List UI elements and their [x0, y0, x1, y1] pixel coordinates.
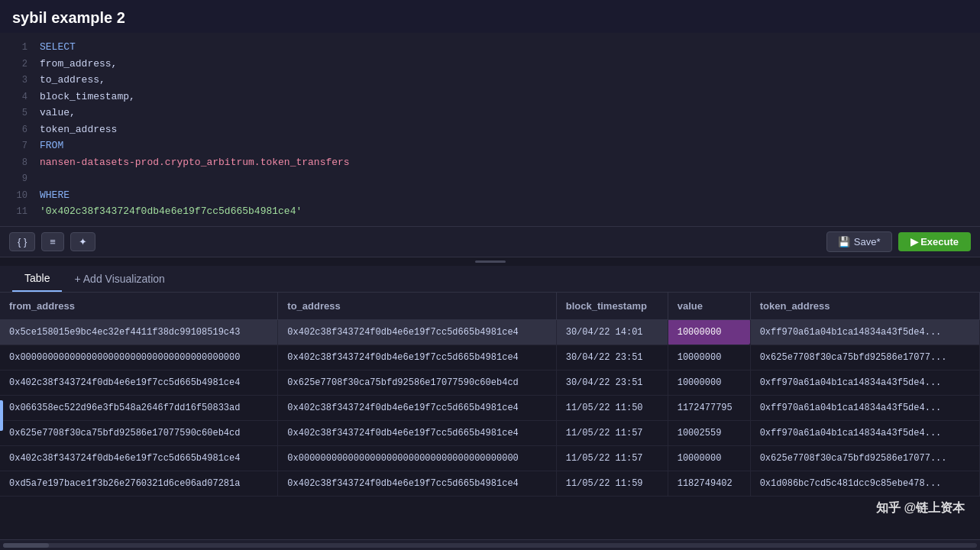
toolbar: { } ≡ ✦ 💾 Save* ▶ Execute: [0, 227, 980, 257]
line-number: 6: [6, 123, 27, 137]
cell-value: 1172477795: [668, 395, 750, 420]
cell-value: 10000000: [668, 345, 750, 370]
cell-block-timestamp: 11/05/22 11:57: [556, 420, 668, 445]
line-number: 8: [6, 156, 27, 170]
watermark: 知乎 @链上资本: [876, 500, 965, 516]
cell-to-address: 0x402c38f343724f0db4e6e19f7cc5d665b4981c…: [278, 319, 556, 345]
cell-from-address: 0x5ce158015e9bc4ec32ef4411f38dc99108519c…: [0, 319, 278, 345]
code-line: 9: [0, 170, 980, 187]
results-area: Table + Add Visualization from_addressto…: [0, 266, 980, 551]
code-token-identifier: token_address: [40, 122, 117, 138]
cell-block-timestamp: 30/04/22 23:51: [556, 370, 668, 395]
line-number: 7: [6, 139, 27, 153]
bottom-scrollbar[interactable]: [0, 539, 980, 550]
cell-from-address: 0x066358ec522d96e3fb548a2646f7dd16f50833…: [0, 395, 278, 420]
cell-block-timestamp: 30/04/22 14:01: [556, 319, 668, 345]
code-line: 4 block_timestamp,: [0, 89, 980, 105]
tab-add-visualization[interactable]: + Add Visualization: [62, 267, 176, 291]
cell-block-timestamp: 30/04/22 23:51: [556, 345, 668, 370]
cell-block-timestamp: 11/05/22 11:50: [556, 395, 668, 420]
code-token-string: '0x402c38f343724f0db4e6e19f7cc5d665b4981…: [40, 204, 302, 219]
cell-token-address: 0x625e7708f30ca75bfd92586e17077...: [750, 345, 979, 370]
cell-token-address: 0x625e7708f30ca75bfd92586e17077...: [750, 445, 979, 471]
line-number: 2: [6, 57, 27, 71]
line-number: 1: [6, 40, 27, 54]
cell-from-address: 0xd5a7e197bace1f3b26e2760321d6ce06ad0728…: [0, 471, 278, 496]
table-row[interactable]: 0x5ce158015e9bc4ec32ef4411f38dc99108519c…: [0, 319, 980, 345]
table-row[interactable]: 0x402c38f343724f0db4e6e19f7cc5d665b4981c…: [0, 445, 980, 471]
table-row[interactable]: 0xd5a7e197bace1f3b26e2760321d6ce06ad0728…: [0, 471, 980, 496]
code-token-keyword: WHERE: [40, 188, 70, 203]
code-line: 1SELECT: [0, 39, 980, 56]
tab-table[interactable]: Table: [12, 266, 62, 292]
column-header-to-address[interactable]: to_address: [278, 293, 556, 320]
table-row[interactable]: 0x402c38f343724f0db4e6e19f7cc5d665b4981c…: [0, 370, 980, 395]
execute-button[interactable]: ▶ Execute: [898, 232, 971, 251]
cell-value: 1182749402: [668, 471, 750, 496]
cell-to-address: 0x402c38f343724f0db4e6e19f7cc5d665b4981c…: [278, 471, 556, 496]
cell-value: 10002559: [668, 420, 750, 445]
table-container[interactable]: from_addressto_addressblock_timestampval…: [0, 293, 980, 540]
cell-block-timestamp: 11/05/22 11:59: [556, 471, 668, 496]
cell-to-address: 0x402c38f343724f0db4e6e19f7cc5d665b4981c…: [278, 345, 556, 370]
code-token-identifier: value,: [40, 105, 76, 121]
cell-to-address: 0x402c38f343724f0db4e6e19f7cc5d665b4981c…: [278, 395, 556, 420]
code-token-keyword: SELECT: [40, 40, 76, 55]
code-line: 2 from_address,: [0, 56, 980, 73]
cell-value: 10000000: [668, 319, 750, 345]
code-line: 11 '0x402c38f343724f0db4e6e19f7cc5d665b4…: [0, 203, 980, 220]
cell-token-address: 0xff970a61a04b1ca14834a43f5de4...: [750, 420, 979, 445]
cell-from-address: 0x402c38f343724f0db4e6e19f7cc5d665b4981c…: [0, 445, 278, 471]
horizontal-scroll-thumb[interactable]: [3, 543, 49, 548]
column-header-token-address[interactable]: token_address: [750, 293, 979, 320]
sql-editor: 1SELECT2 from_address,3 to_address,4 blo…: [0, 33, 980, 227]
left-indicator: [0, 400, 3, 431]
page-wrapper: sybil example 2 1SELECT2 from_address,3 …: [0, 0, 980, 550]
line-number: 10: [6, 189, 27, 202]
cell-from-address: 0x402c38f343724f0db4e6e19f7cc5d665b4981c…: [0, 370, 278, 395]
star-btn[interactable]: ✦: [70, 232, 95, 251]
code-token-identifier: to_address,: [40, 73, 105, 88]
save-icon: 💾: [838, 236, 850, 247]
line-number: 3: [6, 73, 27, 87]
table-row[interactable]: 0x625e7708f30ca75bfd92586e17077590c60eb4…: [0, 420, 980, 445]
cell-value: 10000000: [668, 370, 750, 395]
horizontal-scroll-track[interactable]: [3, 543, 977, 548]
drag-handle[interactable]: [0, 257, 980, 266]
cell-value: 10000000: [668, 445, 750, 471]
cell-block-timestamp: 11/05/22 11:57: [556, 445, 668, 471]
code-token-identifier: block_timestamp,: [40, 89, 135, 105]
cell-token-address: 0x1d086bc7cd5c481dcc9c85ebe478...: [750, 471, 979, 496]
table-row[interactable]: 0x066358ec522d96e3fb548a2646f7dd16f50833…: [0, 395, 980, 420]
code-line: 7FROM: [0, 138, 980, 154]
cell-from-address: 0x625e7708f30ca75bfd92586e17077590c60eb4…: [0, 420, 278, 445]
table-row[interactable]: 0x00000000000000000000000000000000000000…: [0, 345, 980, 370]
cell-token-address: 0xff970a61a04b1ca14834a43f5de4...: [750, 319, 979, 345]
list-format-btn[interactable]: ≡: [41, 232, 64, 251]
line-number: 4: [6, 90, 27, 104]
page-title: sybil example 2: [0, 0, 980, 33]
results-table: from_addressto_addressblock_timestampval…: [0, 293, 980, 497]
code-line: 5 value,: [0, 105, 980, 121]
cell-to-address: 0x00000000000000000000000000000000000000…: [278, 445, 556, 471]
code-line: 10WHERE: [0, 187, 980, 204]
line-number: 9: [6, 172, 27, 186]
code-token-identifier: from_address,: [40, 57, 117, 72]
save-button[interactable]: 💾 Save*: [826, 231, 892, 252]
json-format-btn[interactable]: { }: [9, 232, 35, 251]
line-number: 11: [6, 205, 27, 218]
column-header-value[interactable]: value: [668, 293, 750, 320]
code-line: 3 to_address,: [0, 72, 980, 89]
tabs-bar: Table + Add Visualization: [0, 266, 980, 293]
drag-handle-bar: [475, 260, 506, 263]
cell-to-address: 0x402c38f343724f0db4e6e19f7cc5d665b4981c…: [278, 420, 556, 445]
code-token-keyword: FROM: [40, 138, 63, 154]
code-line: 8 nansen-datasets-prod.crypto_arbitrum.t…: [0, 154, 980, 171]
table-header-row: from_addressto_addressblock_timestampval…: [0, 293, 980, 320]
column-header-block-timestamp[interactable]: block_timestamp: [556, 293, 668, 320]
cell-to-address: 0x625e7708f30ca75bfd92586e17077590c60eb4…: [278, 370, 556, 395]
cell-token-address: 0xff970a61a04b1ca14834a43f5de4...: [750, 395, 979, 420]
cell-token-address: 0xff970a61a04b1ca14834a43f5de4...: [750, 370, 979, 395]
cell-from-address: 0x00000000000000000000000000000000000000…: [0, 345, 278, 370]
column-header-from-address[interactable]: from_address: [0, 293, 278, 320]
